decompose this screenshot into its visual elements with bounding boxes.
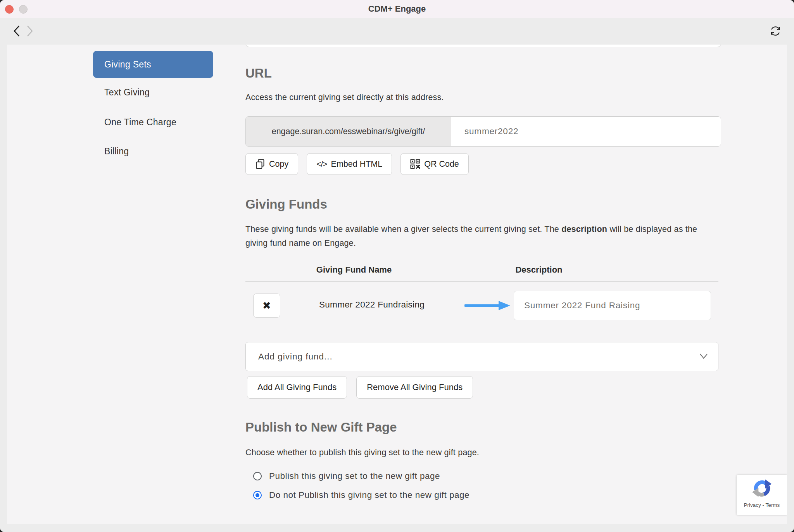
qr-code-icon bbox=[410, 159, 420, 169]
qr-button-label: QR Code bbox=[424, 159, 459, 169]
window-bottom-edge bbox=[0, 524, 794, 532]
sidebar-item-giving-sets[interactable]: Giving Sets bbox=[93, 51, 213, 78]
window-title: CDM+ Engage bbox=[368, 4, 426, 14]
sidebar-item-billing[interactable]: Billing bbox=[93, 142, 213, 160]
sidebar-item-label: Billing bbox=[104, 146, 129, 157]
remove-all-funds-button[interactable]: Remove All Giving Funds bbox=[356, 376, 473, 399]
url-section-heading: URL bbox=[245, 66, 272, 81]
giving-funds-heading: Giving Funds bbox=[245, 197, 327, 212]
refresh-button[interactable] bbox=[768, 23, 783, 39]
sidebar-item-label: Giving Sets bbox=[104, 59, 151, 70]
sidebar-item-label: Text Giving bbox=[104, 87, 150, 98]
x-icon: ✖ bbox=[262, 300, 271, 312]
column-header-description: Description bbox=[515, 265, 562, 275]
url-section-description: Access the current giving set directly a… bbox=[245, 93, 444, 102]
qr-code-button[interactable]: QR Code bbox=[400, 153, 469, 175]
copy-button-label: Copy bbox=[269, 159, 288, 169]
chevron-down-icon bbox=[699, 353, 708, 359]
description-text: These giving funds will be available whe… bbox=[245, 225, 561, 234]
table-divider bbox=[245, 281, 718, 282]
sidebar-item-label: One Time Charge bbox=[104, 117, 176, 128]
arrow-right-icon bbox=[464, 300, 511, 311]
description-bold-word: description bbox=[561, 225, 607, 234]
sidebar-item-one-time-charge[interactable]: One Time Charge bbox=[93, 113, 213, 131]
code-icon: </> bbox=[316, 159, 327, 169]
publish-section-description: Choose whether to publish this giving se… bbox=[245, 448, 479, 458]
radio-icon[interactable] bbox=[253, 472, 262, 480]
fund-name: Summer 2022 Fundraising bbox=[319, 300, 425, 310]
page-content: Giving Sets Text Giving One Time Charge … bbox=[7, 45, 787, 524]
column-header-fund-name: Giving Fund Name bbox=[316, 265, 392, 275]
forward-button[interactable] bbox=[23, 23, 36, 39]
radio-label: Do not Publish this giving set to the ne… bbox=[269, 490, 469, 500]
embed-html-button[interactable]: </> Embed HTML bbox=[307, 153, 392, 175]
radio-label: Publish this giving set to the new gift … bbox=[269, 471, 440, 481]
embed-button-label: Embed HTML bbox=[331, 159, 383, 169]
recaptcha-privacy-terms[interactable]: Privacy - Terms bbox=[737, 502, 787, 508]
remove-fund-button[interactable]: ✖ bbox=[253, 294, 280, 318]
title-bar: CDM+ Engage bbox=[0, 0, 794, 18]
cutoff-input-bottom bbox=[245, 45, 721, 47]
add-giving-fund-select[interactable]: Add giving fund... bbox=[245, 342, 718, 371]
radio-do-not-publish[interactable]: Do not Publish this giving set to the ne… bbox=[253, 487, 469, 504]
close-window-button[interactable] bbox=[5, 5, 14, 14]
add-all-funds-button[interactable]: Add All Giving Funds bbox=[247, 376, 347, 399]
giving-set-form: URL Access the current giving set direct… bbox=[245, 45, 721, 524]
add-fund-placeholder: Add giving fund... bbox=[246, 352, 333, 362]
base-url-addon: engage.suran.com/esswebinar/s/give/gift/ bbox=[246, 117, 451, 146]
copy-icon bbox=[255, 159, 265, 169]
radio-icon[interactable] bbox=[253, 491, 262, 499]
giving-funds-description: These giving funds will be available whe… bbox=[245, 222, 699, 250]
app-window: CDM+ Engage Giving Sets bbox=[0, 0, 794, 532]
recaptcha-icon bbox=[752, 478, 772, 499]
url-slug-input[interactable] bbox=[451, 117, 721, 146]
publish-section-heading: Publish to New Gift Page bbox=[245, 420, 397, 435]
sidebar-item-text-giving[interactable]: Text Giving bbox=[93, 83, 213, 101]
toolbar bbox=[0, 18, 794, 45]
refresh-icon bbox=[769, 24, 782, 38]
fund-bulk-actions: Add All Giving Funds Remove All Giving F… bbox=[247, 376, 473, 399]
minimize-window-button[interactable] bbox=[19, 5, 28, 14]
giving-set-url-group: engage.suran.com/esswebinar/s/give/gift/ bbox=[245, 116, 721, 147]
url-actions: Copy </> Embed HTML bbox=[245, 153, 469, 175]
radio-publish[interactable]: Publish this giving set to the new gift … bbox=[253, 468, 440, 485]
back-button[interactable] bbox=[10, 23, 23, 39]
copy-url-button[interactable]: Copy bbox=[245, 153, 298, 175]
chevron-left-icon bbox=[12, 25, 21, 37]
chevron-right-icon bbox=[26, 25, 34, 37]
recaptcha-badge[interactable]: Privacy - Terms bbox=[737, 475, 787, 515]
fund-description-input[interactable] bbox=[514, 291, 711, 320]
